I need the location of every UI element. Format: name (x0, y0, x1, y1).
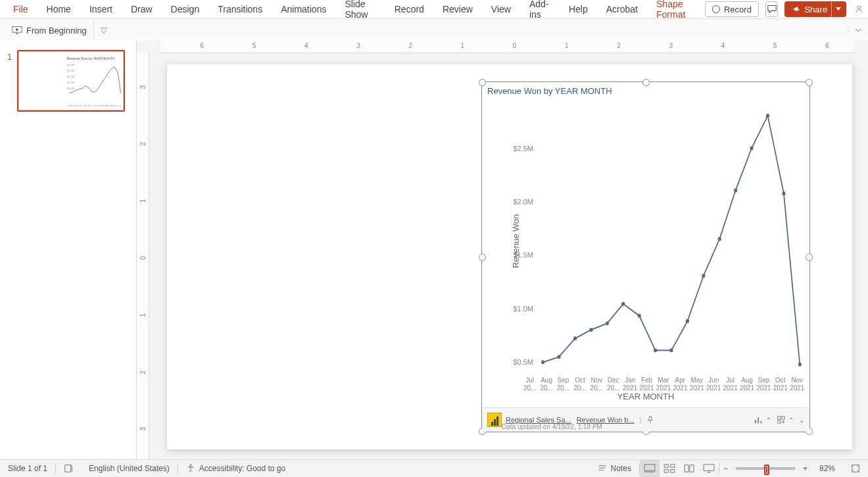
slide-thumbnail-1[interactable]: Revenue Won by YEAR MONTH $2.5M$2.0M$1.5… (17, 50, 125, 112)
tab-slideshow[interactable]: Slide Show (335, 0, 385, 18)
from-beginning-button[interactable]: From Beginning (5, 22, 94, 39)
y-axis-title: Revenue Won (511, 214, 521, 268)
vertical-ruler[interactable]: 3 2 1 0 1 2 3 (137, 53, 149, 460)
share-button[interactable]: Share (784, 1, 846, 17)
mini-xticks: Jul Aug Sep Oct Nov Dec Jan Feb Mar Apr … (67, 104, 121, 107)
accessibility-button[interactable]: Accessibility: Good to go (178, 460, 293, 477)
filter-button[interactable]: ⌃ (777, 415, 794, 424)
horizontal-ruler[interactable]: 6 5 4 3 2 1 0 1 2 3 4 5 6 (160, 41, 855, 53)
qat-customize[interactable] (94, 27, 114, 34)
tab-record[interactable]: Record (385, 0, 433, 18)
vruler-tick: 3 (139, 85, 147, 89)
x-axis-title: YEAR MONTH (482, 392, 809, 401)
tab-transitions[interactable]: Transitions (208, 0, 272, 18)
thumbnail-pane[interactable]: 1 Revenue Won by YEAR MONTH $2.5M$2.0M$1… (0, 41, 137, 460)
reading-icon (683, 464, 695, 473)
y-tick: $1.5M (513, 251, 533, 259)
fit-to-window-button[interactable] (843, 460, 868, 477)
tab-file[interactable]: File (4, 0, 37, 18)
svg-point-4 (573, 336, 577, 340)
zoom-out-button[interactable]: − (719, 460, 732, 477)
tab-acrobat[interactable]: Acrobat (597, 0, 647, 18)
tab-insert[interactable]: Insert (80, 0, 122, 18)
x-tick: Jul2021 (722, 376, 738, 392)
chart-title: Revenue Won by YEAR MONTH (487, 86, 612, 96)
y-tick: $0.5M (513, 358, 533, 366)
reading-view-button[interactable] (679, 460, 699, 477)
ribbon-tabs: File Home Insert Draw Design Transitions… (0, 0, 868, 19)
more-options-button[interactable]: ⌄ (799, 417, 804, 424)
notes-button[interactable]: Notes (590, 460, 639, 477)
tab-animations[interactable]: Animations (272, 0, 335, 18)
tab-design[interactable]: Design (162, 0, 209, 18)
resize-handle-mr[interactable] (806, 254, 813, 261)
comments-button[interactable] (765, 1, 779, 17)
pin-icon[interactable] (646, 416, 654, 424)
slide-edit-area[interactable]: 6 5 4 3 2 1 0 1 2 3 4 5 6 3 2 1 0 1 2 3 (137, 41, 868, 460)
record-button[interactable]: Record (705, 1, 759, 17)
tab-draw[interactable]: Draw (122, 0, 162, 18)
resize-handle-tl[interactable] (479, 79, 486, 86)
share-caret[interactable] (831, 1, 841, 17)
record-icon (712, 5, 720, 13)
powerbi-icon (487, 413, 502, 427)
chevron-up-icon: ⌃ (788, 417, 794, 424)
separator: | (640, 416, 642, 424)
hruler-tick: 3 (669, 42, 673, 49)
tab-addins[interactable]: Add-ins (520, 0, 560, 18)
x-tick: Aug2021 (738, 376, 755, 392)
x-tick: Oct2021 (772, 376, 788, 392)
slide-indicator[interactable]: Slide 1 of 1 (0, 460, 55, 477)
tab-home[interactable]: Home (37, 0, 80, 18)
normal-view-button[interactable] (640, 460, 660, 477)
slideshow-view-button[interactable] (699, 460, 719, 477)
hruler-tick: 3 (356, 42, 360, 49)
normal-view-icon (644, 464, 656, 473)
hruler-tick: 5 (773, 42, 777, 49)
svg-point-7 (621, 302, 625, 306)
vruler-tick: 2 (139, 142, 147, 146)
x-tick: Nov20... (589, 376, 605, 392)
y-tick: $2.5M (513, 145, 533, 152)
svg-rect-23 (644, 465, 655, 471)
zoom-level[interactable]: 82% (811, 460, 843, 477)
svg-point-5 (589, 328, 592, 332)
svg-point-0 (857, 6, 861, 9)
svg-point-18 (798, 363, 802, 367)
resize-handle-tc[interactable] (642, 79, 650, 86)
slide-canvas[interactable]: Revenue Won by YEAR MONTH Revenue Won $0… (167, 64, 852, 449)
thumbnail-row: 1 Revenue Won by YEAR MONTH $2.5M$2.0M$1… (0, 50, 136, 112)
tab-review[interactable]: Review (433, 0, 482, 18)
status-bar: Slide 1 of 1 English (United States) Acc… (0, 459, 868, 477)
zoom-in-button[interactable]: + (799, 460, 811, 477)
chart-type-button[interactable]: ⌃ (754, 415, 771, 424)
svg-point-9 (654, 348, 657, 352)
zoom-thumb[interactable] (764, 465, 769, 475)
language-button[interactable]: English (United States) (81, 460, 178, 477)
chart-plot-area: Revenue Won $0.5M $1.0M $1.5M $2.0M $2.5… (498, 101, 806, 382)
hruler-tick: 5 (253, 42, 256, 49)
present-in-teams-icon[interactable] (854, 2, 864, 16)
slide-sorter-button[interactable] (660, 460, 679, 477)
svg-point-13 (718, 237, 721, 241)
bar-chart-icon (754, 415, 763, 424)
tab-view[interactable]: View (482, 0, 520, 18)
chart-object[interactable]: Revenue Won by YEAR MONTH Revenue Won $0… (481, 81, 810, 432)
vruler-tick: 3 (139, 427, 147, 431)
svg-rect-20 (782, 417, 784, 419)
svg-rect-21 (778, 420, 781, 423)
comment-icon (767, 5, 777, 14)
ribbon-display-options[interactable] (848, 27, 868, 34)
tab-shape-format[interactable]: Shape Format (647, 0, 705, 18)
zoom-slider[interactable] (736, 467, 795, 470)
resize-handle-tr[interactable] (806, 79, 813, 86)
share-label: Share (804, 5, 827, 14)
mini-chart (67, 62, 121, 102)
svg-point-12 (702, 274, 705, 278)
vruler-tick: 1 (139, 313, 147, 317)
tab-help[interactable]: Help (560, 0, 597, 18)
spellcheck-button[interactable] (56, 460, 81, 477)
slideshow-icon (703, 464, 715, 473)
resize-handle-ml[interactable] (479, 254, 486, 261)
hruler-tick: 2 (617, 42, 621, 49)
